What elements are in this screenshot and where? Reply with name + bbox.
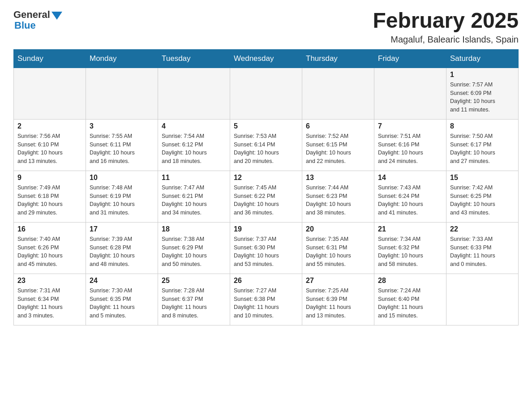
day-info: Sunrise: 7:45 AM Sunset: 6:22 PM Dayligh… <box>234 184 298 217</box>
calendar-cell: 26Sunrise: 7:27 AM Sunset: 6:38 PM Dayli… <box>230 274 302 325</box>
calendar-cell: 4Sunrise: 7:54 AM Sunset: 6:12 PM Daylig… <box>158 119 230 171</box>
day-info: Sunrise: 7:48 AM Sunset: 6:19 PM Dayligh… <box>90 184 154 217</box>
calendar-cell: 21Sunrise: 7:34 AM Sunset: 6:32 PM Dayli… <box>374 222 446 274</box>
weekday-header-friday: Friday <box>374 49 446 68</box>
day-number: 12 <box>234 174 298 182</box>
calendar-cell: 19Sunrise: 7:37 AM Sunset: 6:30 PM Dayli… <box>230 222 302 274</box>
calendar-cell: 9Sunrise: 7:49 AM Sunset: 6:18 PM Daylig… <box>14 171 86 222</box>
day-info: Sunrise: 7:24 AM Sunset: 6:40 PM Dayligh… <box>378 287 442 320</box>
calendar-cell: 7Sunrise: 7:51 AM Sunset: 6:16 PM Daylig… <box>374 119 446 171</box>
day-number: 13 <box>306 174 370 182</box>
day-info: Sunrise: 7:34 AM Sunset: 6:32 PM Dayligh… <box>378 235 442 269</box>
calendar-header: SundayMondayTuesdayWednesdayThursdayFrid… <box>14 49 519 68</box>
logo: General Blue <box>13 9 62 31</box>
day-info: Sunrise: 7:31 AM Sunset: 6:34 PM Dayligh… <box>17 287 82 320</box>
day-number: 26 <box>234 277 298 285</box>
day-info: Sunrise: 7:42 AM Sunset: 6:25 PM Dayligh… <box>450 184 515 217</box>
day-info: Sunrise: 7:37 AM Sunset: 6:30 PM Dayligh… <box>234 235 298 269</box>
day-number: 24 <box>90 277 154 285</box>
day-number: 2 <box>17 122 82 130</box>
calendar-week-row: 16Sunrise: 7:40 AM Sunset: 6:26 PM Dayli… <box>14 222 519 274</box>
calendar-cell: 20Sunrise: 7:35 AM Sunset: 6:31 PM Dayli… <box>302 222 374 274</box>
day-number: 20 <box>306 225 370 233</box>
weekday-header-saturday: Saturday <box>446 49 519 68</box>
day-number: 6 <box>306 122 370 130</box>
calendar-cell: 25Sunrise: 7:28 AM Sunset: 6:37 PM Dayli… <box>158 274 230 325</box>
day-number: 22 <box>450 225 515 233</box>
day-info: Sunrise: 7:33 AM Sunset: 6:33 PM Dayligh… <box>450 235 515 269</box>
day-number: 7 <box>378 122 442 130</box>
calendar-cell <box>86 68 158 119</box>
logo-blue-text: Blue <box>14 20 36 31</box>
page-header: General Blue February 2025 Magaluf, Bale… <box>13 9 519 45</box>
day-info: Sunrise: 7:38 AM Sunset: 6:29 PM Dayligh… <box>162 235 226 269</box>
calendar-cell <box>446 274 519 325</box>
calendar-cell: 10Sunrise: 7:48 AM Sunset: 6:19 PM Dayli… <box>86 171 158 222</box>
calendar-cell: 23Sunrise: 7:31 AM Sunset: 6:34 PM Dayli… <box>14 274 86 325</box>
calendar-week-row: 23Sunrise: 7:31 AM Sunset: 6:34 PM Dayli… <box>14 274 519 325</box>
day-number: 15 <box>450 174 515 182</box>
day-number: 23 <box>17 277 82 285</box>
calendar-cell: 11Sunrise: 7:47 AM Sunset: 6:21 PM Dayli… <box>158 171 230 222</box>
calendar-body: 1Sunrise: 7:57 AM Sunset: 6:09 PM Daylig… <box>14 68 519 325</box>
weekday-header-row: SundayMondayTuesdayWednesdayThursdayFrid… <box>14 49 519 68</box>
day-info: Sunrise: 7:27 AM Sunset: 6:38 PM Dayligh… <box>234 287 298 320</box>
calendar-cell: 6Sunrise: 7:52 AM Sunset: 6:15 PM Daylig… <box>302 119 374 171</box>
calendar-week-row: 1Sunrise: 7:57 AM Sunset: 6:09 PM Daylig… <box>14 68 519 119</box>
day-number: 18 <box>162 225 226 233</box>
calendar-cell: 18Sunrise: 7:38 AM Sunset: 6:29 PM Dayli… <box>158 222 230 274</box>
day-number: 1 <box>450 71 515 79</box>
calendar-cell: 12Sunrise: 7:45 AM Sunset: 6:22 PM Dayli… <box>230 171 302 222</box>
day-info: Sunrise: 7:52 AM Sunset: 6:15 PM Dayligh… <box>306 132 370 166</box>
calendar-cell: 13Sunrise: 7:44 AM Sunset: 6:23 PM Dayli… <box>302 171 374 222</box>
day-number: 3 <box>90 122 154 130</box>
day-number: 27 <box>306 277 370 285</box>
day-info: Sunrise: 7:55 AM Sunset: 6:11 PM Dayligh… <box>90 132 154 166</box>
weekday-header-thursday: Thursday <box>302 49 374 68</box>
day-info: Sunrise: 7:39 AM Sunset: 6:28 PM Dayligh… <box>90 235 154 269</box>
location-subtitle: Magaluf, Balearic Islands, Spain <box>373 34 519 45</box>
calendar-cell: 1Sunrise: 7:57 AM Sunset: 6:09 PM Daylig… <box>446 68 519 119</box>
day-number: 4 <box>162 122 226 130</box>
day-number: 16 <box>17 225 82 233</box>
day-info: Sunrise: 7:44 AM Sunset: 6:23 PM Dayligh… <box>306 184 370 217</box>
logo-arrow-icon <box>51 12 62 20</box>
calendar-cell: 28Sunrise: 7:24 AM Sunset: 6:40 PM Dayli… <box>374 274 446 325</box>
calendar-week-row: 2Sunrise: 7:56 AM Sunset: 6:10 PM Daylig… <box>14 119 519 171</box>
weekday-header-wednesday: Wednesday <box>230 49 302 68</box>
day-info: Sunrise: 7:50 AM Sunset: 6:17 PM Dayligh… <box>450 132 515 166</box>
calendar-cell: 5Sunrise: 7:53 AM Sunset: 6:14 PM Daylig… <box>230 119 302 171</box>
day-number: 14 <box>378 174 442 182</box>
day-number: 10 <box>90 174 154 182</box>
calendar-cell <box>230 68 302 119</box>
day-number: 11 <box>162 174 226 182</box>
title-block: February 2025 Magaluf, Balearic Islands,… <box>373 9 519 45</box>
day-number: 9 <box>17 174 82 182</box>
day-info: Sunrise: 7:47 AM Sunset: 6:21 PM Dayligh… <box>162 184 226 217</box>
calendar-table: SundayMondayTuesdayWednesdayThursdayFrid… <box>13 49 519 325</box>
weekday-header-tuesday: Tuesday <box>158 49 230 68</box>
weekday-header-monday: Monday <box>86 49 158 68</box>
day-number: 8 <box>450 122 515 130</box>
day-info: Sunrise: 7:57 AM Sunset: 6:09 PM Dayligh… <box>450 81 515 114</box>
calendar-cell: 15Sunrise: 7:42 AM Sunset: 6:25 PM Dayli… <box>446 171 519 222</box>
calendar-cell: 24Sunrise: 7:30 AM Sunset: 6:35 PM Dayli… <box>86 274 158 325</box>
calendar-week-row: 9Sunrise: 7:49 AM Sunset: 6:18 PM Daylig… <box>14 171 519 222</box>
calendar-cell: 14Sunrise: 7:43 AM Sunset: 6:24 PM Dayli… <box>374 171 446 222</box>
calendar-cell <box>302 68 374 119</box>
calendar-cell: 16Sunrise: 7:40 AM Sunset: 6:26 PM Dayli… <box>14 222 86 274</box>
day-number: 17 <box>90 225 154 233</box>
day-number: 5 <box>234 122 298 130</box>
month-title: February 2025 <box>373 9 519 33</box>
day-info: Sunrise: 7:53 AM Sunset: 6:14 PM Dayligh… <box>234 132 298 166</box>
day-info: Sunrise: 7:51 AM Sunset: 6:16 PM Dayligh… <box>378 132 442 166</box>
day-info: Sunrise: 7:56 AM Sunset: 6:10 PM Dayligh… <box>17 132 82 166</box>
calendar-cell: 27Sunrise: 7:25 AM Sunset: 6:39 PM Dayli… <box>302 274 374 325</box>
day-number: 25 <box>162 277 226 285</box>
calendar-cell: 22Sunrise: 7:33 AM Sunset: 6:33 PM Dayli… <box>446 222 519 274</box>
calendar-cell: 3Sunrise: 7:55 AM Sunset: 6:11 PM Daylig… <box>86 119 158 171</box>
day-info: Sunrise: 7:28 AM Sunset: 6:37 PM Dayligh… <box>162 287 226 320</box>
calendar-cell: 2Sunrise: 7:56 AM Sunset: 6:10 PM Daylig… <box>14 119 86 171</box>
weekday-header-sunday: Sunday <box>14 49 86 68</box>
day-info: Sunrise: 7:40 AM Sunset: 6:26 PM Dayligh… <box>17 235 82 269</box>
